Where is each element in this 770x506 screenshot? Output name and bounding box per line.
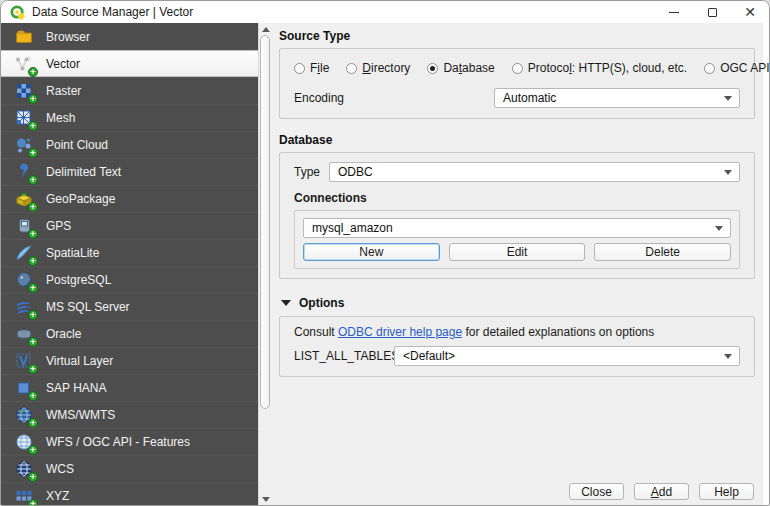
sidebar-item-spatialite[interactable]: +SpatiaLite [1,239,258,266]
sidebar-item-label: Delimited Text [46,165,121,179]
database-heading: Database [279,133,755,147]
dropdown-arrow-icon [724,170,732,179]
close-button[interactable]: ✕ [731,1,769,23]
arrow-down-icon [262,497,270,506]
sidebar-item-virtual-layer[interactable]: +Virtual Layer [1,347,258,374]
radio-label: Directory [362,61,410,75]
add-plus-icon: + [28,310,38,320]
radio-unselected-icon [346,63,357,74]
encoding-select[interactable]: Automatic [494,88,740,108]
postgresql-icon: + [14,270,34,290]
list-all-tables-value: <Default> [403,349,455,363]
footer-help-button[interactable]: Help [699,483,754,500]
radio-database[interactable]: Database [427,61,494,75]
radio-directory[interactable]: Directory [346,61,410,75]
sidebar-scrollbar[interactable] [258,23,271,505]
sidebar-item-vector[interactable]: +Vector [1,50,258,77]
sidebar-item-sap-hana[interactable]: +SAP HANA [1,374,258,401]
sidebar-item-label: Oracle [46,327,81,341]
add-plus-icon: + [28,175,38,185]
connection-buttons: NewEditDelete [303,243,731,261]
wfs-icon: + [14,432,34,452]
add-plus-icon: + [28,364,38,374]
sap-hana-icon: + [14,378,34,398]
radio-protocol-http-s-cloud-etc[interactable]: Protocol: HTTP(S), cloud, etc. [512,61,687,75]
sidebar-item-geopackage[interactable]: +GeoPackage [1,185,258,212]
sidebar-item-label: WFS / OGC API - Features [46,435,190,449]
sidebar-item-oracle[interactable]: +Oracle [1,320,258,347]
window-title: Data Source Manager | Vector [32,5,193,19]
add-plus-icon: + [28,202,38,212]
options-heading: Options [299,296,344,310]
sidebar-item-label: Browser [46,30,90,44]
radio-file[interactable]: File [294,61,329,75]
consult-text: Consult ODBC driver help page for detail… [294,325,740,339]
radio-unselected-icon [294,63,305,74]
options-header[interactable]: Options [281,295,755,311]
browser-folder-icon [14,27,34,47]
add-plus-icon: + [28,256,38,266]
sidebar-item-gps[interactable]: +GPS [1,212,258,239]
geopackage-icon: + [14,189,34,209]
database-type-value: ODBC [338,165,373,179]
sidebar-item-ms-sql-server[interactable]: +MS SQL Server [1,293,258,320]
sidebar-item-label: WMS/WMTS [46,408,115,422]
add-plus-icon: + [28,94,38,104]
sidebar-item-wfs-ogc-api-features[interactable]: +WFS / OGC API - Features [1,428,258,455]
sidebar-item-mesh[interactable]: +Mesh [1,104,258,131]
scrollbar-thumb[interactable] [260,35,270,409]
sidebar-item-xyz[interactable]: +XYZ [1,482,258,505]
sidebar-item-wcs[interactable]: +WCS [1,455,258,482]
sidebar-item-wms-wmts[interactable]: +WMS/WMTS [1,401,258,428]
titlebar: Data Source Manager | Vector ✕ [1,1,769,23]
sidebar-item-label: WCS [46,462,74,476]
database-type-select[interactable]: ODBC [329,162,740,182]
radio-unselected-icon [512,63,523,74]
dropdown-arrow-icon [724,354,732,363]
edit-button[interactable]: Edit [449,243,586,261]
radio-ogc-api[interactable]: OGC API [704,61,769,75]
sidebar-item-label: Vector [46,57,80,71]
source-type-sidebar: Browser+Vector+Raster+Mesh+Point Cloud+D… [1,23,258,505]
sidebar-item-label: GPS [46,219,71,233]
vector-icon: + [14,54,34,74]
sidebar-item-raster[interactable]: +Raster [1,77,258,104]
list-all-tables-select[interactable]: <Default> [394,346,740,366]
type-label: Type [294,165,320,179]
connections-frame: mysql_amazon NewEditDelete [294,210,740,269]
arrow-up-icon [262,23,270,32]
connection-select[interactable]: mysql_amazon [303,218,731,238]
spatialite-icon: + [14,243,34,263]
sidebar-item-browser[interactable]: Browser [1,23,258,50]
sidebar-item-point-cloud[interactable]: +Point Cloud [1,131,258,158]
odbc-help-link[interactable]: ODBC driver help page [338,325,462,339]
add-plus-icon: + [28,148,38,158]
point-cloud-icon: + [14,135,34,155]
raster-icon: + [14,81,34,101]
add-plus-icon: + [28,121,38,131]
radio-label: Protocol: HTTP(S), cloud, etc. [528,61,687,75]
maximize-button[interactable] [693,1,731,23]
sidebar-item-label: XYZ [46,489,69,503]
delete-button[interactable]: Delete [594,243,731,261]
add-plus-icon: + [28,445,38,455]
close-icon: ✕ [744,5,756,19]
encoding-value: Automatic [503,91,556,105]
wcs-icon: + [14,459,34,479]
footer-add-button[interactable]: Add [634,483,689,500]
radio-label: OGC API [720,61,769,75]
wms-icon: + [14,405,34,425]
radio-label: File [310,61,329,75]
add-plus-icon: + [28,391,38,401]
qgis-logo-icon [10,5,25,20]
footer-close-button[interactable]: Close [569,483,624,500]
sidebar-item-label: SpatiaLite [46,246,99,260]
add-plus-icon: + [28,229,38,239]
minimize-button[interactable] [655,1,693,23]
add-plus-icon: + [28,418,38,428]
new-button[interactable]: New [303,243,440,261]
sidebar-item-label: SAP HANA [46,381,106,395]
sidebar-item-label: Point Cloud [46,138,108,152]
sidebar-item-delimited-text[interactable]: +Delimited Text [1,158,258,185]
sidebar-item-postgresql[interactable]: +PostgreSQL [1,266,258,293]
